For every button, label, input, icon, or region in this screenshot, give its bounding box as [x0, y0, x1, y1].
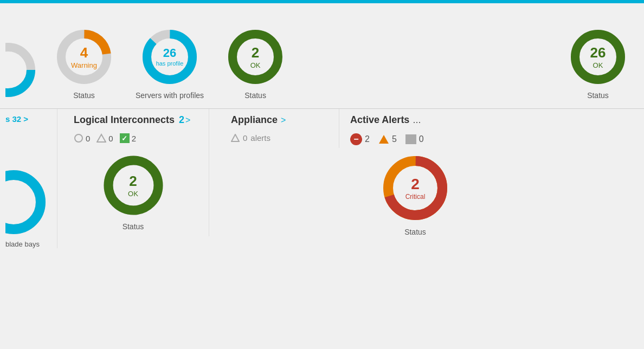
triangle-warn-icon	[96, 133, 106, 143]
status-check-item: ✓ 2	[120, 133, 136, 143]
servers-profiles-col: 26 has profile Servers with profiles	[125, 27, 215, 100]
ok1-subtext: OK	[250, 61, 261, 69]
logical-interconnects-arrow[interactable]: >	[185, 115, 190, 125]
logical-donut: 2 OK	[101, 153, 166, 218]
ok1-center: 2 OK	[250, 44, 261, 69]
profiles-donut-center: 26 has profile	[156, 46, 184, 67]
status-check-value: 2	[132, 134, 136, 143]
critical-status-label: Status	[404, 228, 426, 236]
ok2-label: Status	[587, 91, 609, 100]
warning-triangle-icon	[378, 134, 389, 144]
warning-donut-center: 4 Warning	[71, 44, 97, 69]
critical-chart-col: 2 Critical Status	[350, 153, 480, 236]
warning-badge: 5	[378, 134, 397, 144]
ok1-donut: 2 OK	[226, 27, 285, 87]
ok2-center: 26 OK	[590, 44, 606, 69]
blade-bays-label: blade bays	[5, 240, 40, 248]
logical-chart-number: 2	[128, 173, 138, 190]
circle-gray-icon	[74, 133, 83, 143]
logical-interconnects-header: Logical Interconnects 2 >	[74, 114, 192, 126]
logical-interconnects-title: Logical Interconnects	[74, 114, 175, 126]
active-alerts-header: Active Alerts ...	[350, 114, 480, 126]
active-alerts-title: Active Alerts	[350, 114, 409, 126]
active-alerts-col: Active Alerts ... − 2 5	[339, 109, 491, 242]
check-box-icon: ✓	[120, 133, 130, 143]
profiles-donut: 26 has profile	[140, 27, 199, 87]
status-circle-item: 0	[74, 133, 90, 143]
warning-number: 4	[71, 44, 97, 61]
logical-donut-center: 2 OK	[128, 173, 138, 198]
ok2-number: 26	[590, 44, 606, 61]
logical-interconnects-count[interactable]: 2	[179, 114, 184, 126]
svg-marker-13	[97, 134, 106, 142]
svg-point-12	[75, 134, 82, 142]
s32-link[interactable]: s 32 >	[5, 114, 28, 124]
ok2-donut: 26 OK	[568, 27, 628, 87]
left-partial-col: s 32 > ated blade bays	[0, 109, 57, 248]
info-count: 0	[419, 134, 424, 144]
critical-circle-icon: −	[350, 133, 362, 145]
partial-donut	[5, 40, 38, 100]
ok2-subtext: OK	[590, 61, 606, 69]
logical-interconnects-col: Logical Interconnects 2 > 0	[57, 109, 209, 236]
appliance-title: Appliance	[231, 114, 278, 126]
critical-count: 2	[365, 134, 370, 144]
status-circle-value: 0	[86, 134, 90, 143]
critical-chart-number: 2	[405, 176, 426, 193]
logical-chart-subtext: OK	[128, 190, 138, 198]
logical-chart-col: 2 OK Status	[74, 153, 192, 231]
page-layout: 4 Warning Status 26 has profile Servers …	[0, 0, 644, 349]
logical-chart-label: Status	[123, 222, 144, 231]
logical-status-icons: 0 0 ✓ 2	[74, 133, 192, 143]
critical-chart-label: Critical	[405, 193, 426, 201]
status-triangle-item: 0	[96, 133, 113, 143]
top-section: 4 Warning Status 26 has profile Servers …	[0, 3, 644, 109]
appliance-alert-count: 0	[243, 133, 247, 143]
info-badge: 0	[405, 134, 424, 144]
svg-point-11	[5, 175, 41, 229]
appliance-triangle-icon	[231, 134, 240, 143]
svg-marker-17	[379, 135, 389, 144]
partial-left-col	[0, 40, 43, 100]
ok-chart-2-col: 26 OK Status	[552, 27, 644, 100]
appliance-alert-label: alerts	[250, 133, 271, 143]
appliance-arrow[interactable]: >	[281, 115, 286, 125]
warning-subtext: Warning	[71, 61, 97, 69]
warning-count: 5	[392, 134, 397, 144]
ok1-label: Status	[244, 91, 266, 100]
profiles-number: 26	[156, 46, 184, 60]
ok1-number: 2	[250, 44, 261, 61]
critical-donut-center: 2 Critical	[405, 176, 426, 201]
info-square-icon	[405, 134, 416, 144]
warning-donut: 4 Warning	[54, 27, 114, 87]
appliance-alerts-row: 0 alerts	[231, 133, 317, 143]
profiles-label: Servers with profiles	[136, 91, 204, 100]
ok-chart-1-col: 2 OK Status	[215, 27, 296, 100]
critical-badge: − 2	[350, 133, 370, 145]
active-alerts-ellipsis: ...	[413, 114, 421, 126]
critical-donut: 2 Critical	[380, 153, 450, 223]
svg-marker-16	[231, 134, 239, 141]
warning-label: Status	[73, 91, 95, 100]
partial-bottom-circle	[5, 167, 49, 237]
profiles-subtext: has profile	[156, 60, 184, 67]
alert-badges-row: − 2 5 0	[350, 133, 480, 145]
appliance-header: Appliance >	[231, 114, 317, 126]
appliance-col: Appliance > 0 alerts	[209, 109, 339, 148]
status-triangle-value: 0	[108, 134, 113, 143]
warning-status-col: 4 Warning Status	[43, 27, 125, 100]
bottom-section: s 32 > ated blade bays Logical Interconn…	[0, 109, 644, 349]
